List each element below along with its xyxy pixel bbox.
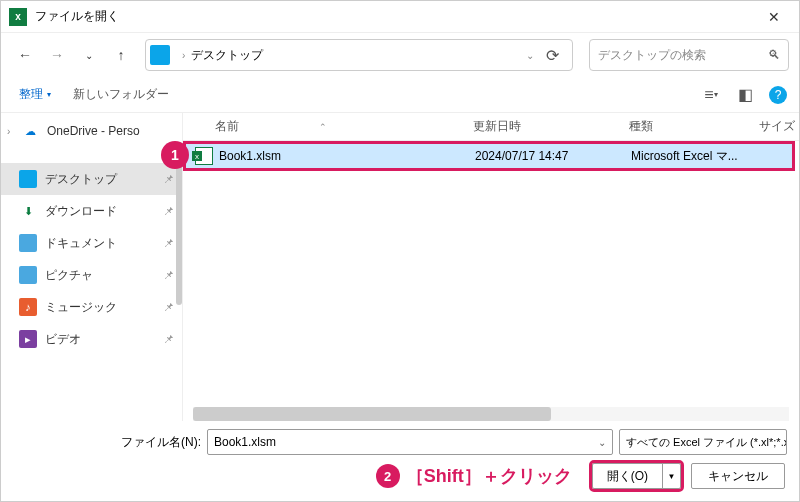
pin-icon: 📌︎ — [163, 269, 174, 281]
col-name[interactable]: 名前 — [215, 119, 239, 133]
cloud-icon: ☁ — [21, 122, 39, 140]
file-row-selected[interactable]: 1 Book1.xlsm 2024/07/17 14:47 Microsoft … — [185, 143, 793, 169]
button-row: 2 ［Shift］＋クリック 開く(O) ▼ キャンセル — [13, 463, 787, 489]
chevron-right-icon[interactable]: › — [7, 126, 19, 137]
search-icon: 🔍︎ — [768, 48, 780, 62]
address-bar[interactable]: › デスクトップ ⌄ ⟳ — [145, 39, 573, 71]
horizontal-scrollbar[interactable] — [193, 407, 789, 421]
close-button[interactable]: ✕ — [751, 1, 797, 33]
location-text: デスクトップ — [191, 47, 526, 64]
footer: ファイル名(N): Book1.xlsm ⌄ すべての Excel ファイル (… — [1, 421, 799, 501]
chevron-down-icon[interactable]: ⌄ — [526, 50, 534, 61]
filename-input[interactable]: Book1.xlsm ⌄ — [207, 429, 613, 455]
titlebar: x ファイルを開く ✕ — [1, 1, 799, 33]
back-button[interactable]: ← — [11, 41, 39, 69]
pin-icon: 📌︎ — [163, 333, 174, 345]
folder-icon — [150, 45, 170, 65]
cancel-button[interactable]: キャンセル — [691, 463, 785, 489]
open-dropdown-button[interactable]: ▼ — [662, 464, 680, 488]
file-list-area: 名前⌃ 更新日時 種類 サイズ 1 Book1.xlsm 2024/07/17 … — [183, 113, 799, 421]
help-icon[interactable]: ? — [769, 86, 787, 104]
sidebar-item-desktop[interactable]: デスクトップ 📌︎ — [1, 163, 182, 195]
dialog-title: ファイルを開く — [35, 8, 751, 25]
excel-file-icon — [195, 147, 213, 165]
pictures-icon — [19, 266, 37, 284]
video-icon: ▸ — [19, 330, 37, 348]
music-icon: ♪ — [19, 298, 37, 316]
sidebar-item-documents[interactable]: ドキュメント 📌︎ — [1, 227, 182, 259]
organize-menu[interactable]: 整理▾ — [13, 82, 57, 107]
pin-icon: 📌︎ — [163, 301, 174, 313]
desktop-icon — [19, 170, 37, 188]
filename-label: ファイル名(N): — [121, 434, 201, 451]
filename-row: ファイル名(N): Book1.xlsm ⌄ すべての Excel ファイル (… — [13, 429, 787, 455]
document-icon — [19, 234, 37, 252]
sidebar-scrollbar[interactable] — [176, 155, 182, 305]
chevron-right-icon: › — [182, 50, 185, 61]
search-placeholder: デスクトップの検索 — [598, 47, 706, 64]
pin-icon: 📌︎ — [163, 205, 174, 217]
chevron-down-icon[interactable]: ⌄ — [598, 437, 606, 448]
forward-button[interactable]: → — [43, 41, 71, 69]
new-folder-button[interactable]: 新しいフォルダー — [67, 82, 175, 107]
sidebar-item-videos[interactable]: ▸ ビデオ 📌︎ — [1, 323, 182, 355]
col-type[interactable]: 種類 — [629, 118, 759, 135]
open-button[interactable]: 開く(O) ▼ — [592, 463, 681, 489]
body-area: › ☁ OneDrive - Perso デスクトップ 📌︎ ⬇ ダウンロード … — [1, 113, 799, 421]
file-date: 2024/07/17 14:47 — [475, 149, 631, 163]
pin-icon: 📌︎ — [163, 173, 174, 185]
toolbar: 整理▾ 新しいフォルダー ≡ ▾ ◧ ? — [1, 77, 799, 113]
annotation-text: ［Shift］＋クリック — [406, 464, 572, 488]
pin-icon: 📌︎ — [163, 237, 174, 249]
file-type-filter[interactable]: すべての Excel ファイル (*.xl*;*.xlsx; — [619, 429, 787, 455]
file-open-dialog: x ファイルを開く ✕ ← → ⌄ ↑ › デスクトップ ⌄ ⟳ デスクトップの… — [0, 0, 800, 502]
preview-pane-icon[interactable]: ◧ — [735, 85, 755, 105]
sort-indicator-icon: ⌃ — [319, 122, 327, 132]
column-headers[interactable]: 名前⌃ 更新日時 種類 サイズ — [183, 113, 799, 141]
refresh-button[interactable]: ⟳ — [538, 41, 566, 69]
annotation-marker-1: 1 — [161, 141, 189, 169]
sidebar-item-downloads[interactable]: ⬇ ダウンロード 📌︎ — [1, 195, 182, 227]
sidebar: › ☁ OneDrive - Perso デスクトップ 📌︎ ⬇ ダウンロード … — [1, 113, 183, 421]
search-input[interactable]: デスクトップの検索 🔍︎ — [589, 39, 789, 71]
sidebar-item-music[interactable]: ♪ ミュージック 📌︎ — [1, 291, 182, 323]
annotation-2: 2 ［Shift］＋クリック — [376, 464, 572, 488]
annotation-marker-2: 2 — [376, 464, 400, 488]
file-name: Book1.xlsm — [219, 149, 475, 163]
col-date[interactable]: 更新日時 — [473, 118, 629, 135]
up-button[interactable]: ↑ — [107, 41, 135, 69]
recent-button[interactable]: ⌄ — [75, 41, 103, 69]
navigation-bar: ← → ⌄ ↑ › デスクトップ ⌄ ⟳ デスクトップの検索 🔍︎ — [1, 33, 799, 77]
file-type: Microsoft Excel マ... — [631, 148, 761, 165]
sidebar-onedrive[interactable]: › ☁ OneDrive - Perso — [1, 115, 182, 147]
col-size[interactable]: サイズ — [759, 118, 795, 135]
sidebar-item-pictures[interactable]: ピクチャ 📌︎ — [1, 259, 182, 291]
view-list-icon[interactable]: ≡ ▾ — [701, 85, 721, 105]
download-icon: ⬇ — [19, 202, 37, 220]
excel-app-icon: x — [9, 8, 27, 26]
